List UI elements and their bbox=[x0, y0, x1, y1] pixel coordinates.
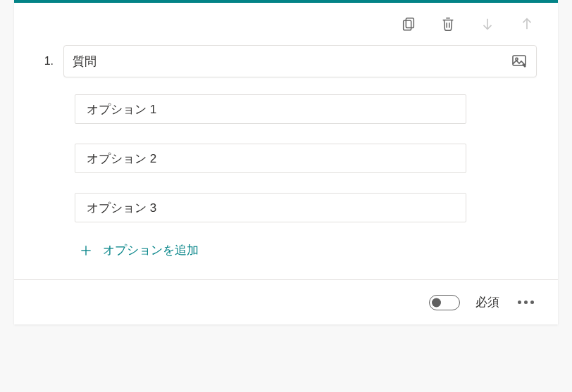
option-input[interactable] bbox=[87, 201, 454, 215]
question-toolbar bbox=[14, 3, 558, 41]
question-row: 1. bbox=[14, 41, 558, 84]
options-list bbox=[14, 84, 558, 222]
svg-point-3 bbox=[516, 58, 518, 60]
required-label: 必須 bbox=[475, 294, 499, 310]
option-input[interactable] bbox=[87, 102, 454, 116]
ellipsis-icon bbox=[518, 301, 534, 304]
svg-rect-1 bbox=[404, 20, 411, 30]
option-row[interactable] bbox=[75, 144, 466, 173]
delete-button[interactable] bbox=[440, 15, 456, 32]
insert-image-button[interactable] bbox=[511, 53, 528, 70]
option-row[interactable] bbox=[75, 193, 466, 222]
question-number: 1. bbox=[42, 55, 54, 68]
question-card: 1. bbox=[14, 0, 558, 324]
more-options-button[interactable] bbox=[515, 298, 537, 307]
plus-icon bbox=[79, 244, 93, 258]
required-toggle[interactable] bbox=[429, 295, 460, 310]
move-up-button[interactable] bbox=[518, 15, 535, 32]
toggle-knob bbox=[432, 298, 441, 307]
copy-button[interactable] bbox=[400, 15, 417, 32]
move-down-button[interactable] bbox=[479, 15, 496, 32]
question-input-container[interactable] bbox=[63, 45, 537, 77]
question-footer: 必須 bbox=[14, 279, 558, 324]
option-input[interactable] bbox=[87, 151, 454, 165]
question-title-input[interactable] bbox=[73, 54, 511, 68]
svg-rect-0 bbox=[406, 18, 414, 28]
option-row[interactable] bbox=[75, 94, 466, 124]
add-option-button[interactable]: オプションを追加 bbox=[14, 222, 558, 279]
add-option-label: オプションを追加 bbox=[103, 242, 199, 258]
